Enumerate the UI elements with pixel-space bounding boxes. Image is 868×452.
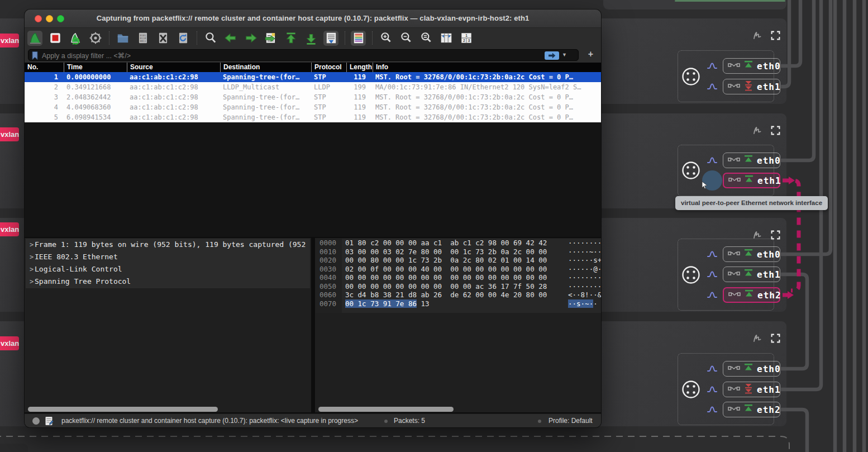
zoom-reset-icon[interactable] xyxy=(418,31,433,46)
apply-filter-arrow-icon[interactable] xyxy=(545,51,559,60)
bytes-horizontal-scrollbar[interactable] xyxy=(318,407,454,412)
detail-tree-item[interactable]: >Frame 1: 119 bytes on wire (952 bits), … xyxy=(26,239,310,251)
close-file-icon[interactable] xyxy=(155,31,170,46)
wave-icon[interactable] xyxy=(706,154,718,166)
zoom-in-icon[interactable] xyxy=(378,31,393,46)
wave-icon[interactable] xyxy=(706,383,718,396)
node-label-badge[interactable]: vxlan-e xyxy=(0,127,19,141)
hex-row[interactable]: 007000 1c 73 91 7e 86 13··s·~·· xyxy=(315,299,601,308)
zoom-out-icon[interactable] xyxy=(398,31,413,46)
node-label-badge[interactable]: vxlan-e xyxy=(0,34,19,47)
first-packet-icon[interactable] xyxy=(283,31,298,46)
hex-row[interactable]: 002000 00 80 00 00 1c 73 2b 0a 2c 80 02 … xyxy=(315,256,601,265)
reload-file-icon[interactable] xyxy=(175,31,190,46)
previous-packet-icon[interactable] xyxy=(223,31,238,46)
hex-row[interactable]: 000001 80 c2 00 00 00 aa c1 ab c1 c2 98 … xyxy=(315,239,601,248)
column-header-no[interactable]: No. xyxy=(25,63,64,72)
detail-tree-item[interactable]: >Spanning Tree Protocol xyxy=(26,275,310,288)
interface-button-eth2[interactable]: eth2 xyxy=(723,287,780,303)
column-header-time[interactable]: Time xyxy=(64,63,127,72)
interface-button-eth1[interactable]: eth1 xyxy=(723,79,780,94)
hex-row[interactable]: 004000 00 00 00 00 00 00 00 00 00 00 00 … xyxy=(315,273,601,282)
wave-icon[interactable] xyxy=(706,60,718,72)
expand-caret-icon[interactable]: > xyxy=(26,239,35,251)
detail-tree-item[interactable]: >IEEE 802.3 Ethernet xyxy=(26,251,310,263)
node-label-badge[interactable]: vxlan-e xyxy=(0,222,19,236)
interface-button-eth2[interactable]: eth2 xyxy=(723,402,780,417)
goto-packet-icon[interactable] xyxy=(263,31,278,46)
interface-label: eth0 xyxy=(757,364,781,374)
detail-horizontal-scrollbar[interactable] xyxy=(28,407,218,412)
save-file-icon[interactable]: 010101100011 xyxy=(135,31,150,46)
expand-icon[interactable] xyxy=(770,30,781,41)
packet-list-header[interactable]: No.TimeSourceDestinationProtocolLengthIn… xyxy=(25,63,601,72)
capture-options-icon[interactable] xyxy=(88,31,103,46)
expand-icon[interactable] xyxy=(770,333,781,344)
interface-button-eth0[interactable]: eth0 xyxy=(723,153,780,168)
next-packet-icon[interactable] xyxy=(243,31,258,46)
capture-squiggle-icon[interactable] xyxy=(752,30,764,42)
find-packet-icon[interactable] xyxy=(203,31,218,46)
expand-icon[interactable] xyxy=(770,125,781,136)
detail-panes: >Frame 1: 119 bytes on wire (952 bits), … xyxy=(25,237,601,413)
profile-selector[interactable]: Profile: Default xyxy=(549,417,593,425)
cable-icon xyxy=(728,269,740,280)
wave-icon[interactable] xyxy=(706,80,718,93)
interface-button-eth0[interactable]: eth0 xyxy=(723,246,780,262)
hex-row[interactable]: 003002 00 0f 00 00 00 40 00 00 00 00 00 … xyxy=(315,265,601,274)
restart-capture-icon[interactable] xyxy=(68,31,83,46)
hex-row[interactable]: 001003 00 00 03 02 7e 80 00 00 1c 73 2b … xyxy=(315,248,601,256)
wave-icon[interactable] xyxy=(706,363,718,375)
expand-caret-icon[interactable]: > xyxy=(26,275,35,288)
expert-info-icon[interactable] xyxy=(32,417,40,425)
capture-squiggle-icon[interactable] xyxy=(752,125,764,137)
auto-scroll-icon[interactable] xyxy=(323,31,338,46)
wave-icon[interactable] xyxy=(706,268,718,280)
capture-comment-icon[interactable] xyxy=(45,416,54,426)
layout-123-icon[interactable]: 123 xyxy=(459,31,474,46)
packet-row[interactable]: 56.098941534aa:c1:ab:c1:c2:98Spanning-tr… xyxy=(25,112,601,122)
interface-button-eth1[interactable]: eth1 xyxy=(723,173,780,188)
interface-button-eth0[interactable]: eth0 xyxy=(723,361,780,377)
stop-capture-icon[interactable] xyxy=(47,31,63,46)
open-file-icon[interactable] xyxy=(115,31,130,46)
packet-bytes-pane[interactable]: 000001 80 c2 00 00 00 aa c1 ab c1 c2 98 … xyxy=(315,238,601,412)
add-filter-button[interactable]: + xyxy=(588,49,593,59)
packet-row[interactable]: 10.000000000aa:c1:ab:c1:c2:98Spanning-tr… xyxy=(25,72,601,82)
hex-row[interactable]: 005000 00 00 00 00 00 00 00 00 00 ac 36 … xyxy=(315,282,601,291)
wave-icon[interactable] xyxy=(706,289,718,301)
expand-caret-icon[interactable]: > xyxy=(26,263,35,275)
column-header-info[interactable]: Info xyxy=(373,63,601,72)
interface-button-eth0[interactable]: eth0 xyxy=(723,58,780,74)
column-header-protocol[interactable]: Protocol xyxy=(311,63,346,72)
bookmark-icon[interactable] xyxy=(31,51,40,60)
interface-button-eth1[interactable]: eth1 xyxy=(723,382,780,397)
display-filter-input[interactable]: Apply a display filter ... <⌘/> ▼ xyxy=(28,49,579,61)
status-separator-dot xyxy=(384,420,388,423)
capture-squiggle-icon[interactable] xyxy=(752,332,764,345)
wave-icon[interactable] xyxy=(706,174,718,187)
wave-icon[interactable] xyxy=(706,403,718,416)
colorize-icon[interactable] xyxy=(351,31,366,46)
expand-caret-icon[interactable]: > xyxy=(26,251,35,263)
node-circle-icon xyxy=(681,160,701,180)
packet-row[interactable]: 44.049068360aa:c1:ab:c1:c2:98Spanning-tr… xyxy=(25,102,601,112)
hex-row[interactable]: 00603c d4 b8 38 21 d8 ab 26 de 62 00 00 … xyxy=(315,291,601,299)
detail-tree-item[interactable]: >Logical-Link Control xyxy=(26,263,310,275)
wave-icon[interactable] xyxy=(706,248,718,260)
green-link-line xyxy=(675,0,785,2)
packet-detail-pane[interactable]: >Frame 1: 119 bytes on wire (952 bits), … xyxy=(25,238,311,412)
last-packet-icon[interactable] xyxy=(303,31,318,46)
resize-columns-icon[interactable] xyxy=(438,31,454,46)
start-capture-icon[interactable] xyxy=(27,31,42,46)
node-label-badge[interactable]: vxlan-e xyxy=(0,336,19,350)
packet-row[interactable]: 32.048362442aa:c1:ab:c1:c2:98Spanning-tr… xyxy=(25,92,601,102)
interface-button-eth1[interactable]: eth1 xyxy=(723,267,780,282)
column-header-destination[interactable]: Destination xyxy=(220,63,311,72)
packet-row[interactable]: 20.349121668aa:c1:ab:c1:c2:98LLDP_Multic… xyxy=(25,82,601,92)
filter-history-caret-icon[interactable]: ▼ xyxy=(562,52,567,58)
hex-bytes: 00 00 80 00 00 1c 73 2b 0a 2c 80 02 01 0… xyxy=(345,256,547,265)
column-header-source[interactable]: Source xyxy=(127,63,220,72)
window-titlebar[interactable]: Capturing from packetflix:// remote clus… xyxy=(25,9,601,28)
column-header-length[interactable]: Length xyxy=(346,63,373,72)
